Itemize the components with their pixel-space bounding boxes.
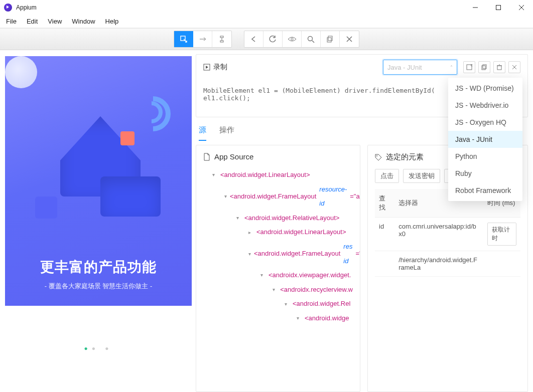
language-option-java-junit[interactable]: Java - JUnit xyxy=(448,131,522,148)
language-option-ruby[interactable]: Ruby xyxy=(448,165,522,182)
menu-edit[interactable]: Edit xyxy=(23,17,42,26)
svg-rect-12 xyxy=(328,36,332,41)
caret-icon[interactable]: ▾ xyxy=(224,191,227,202)
recorder-panel: 录制 Java - JUnit ˄ xyxy=(196,54,528,117)
caret-icon[interactable]: ▾ xyxy=(248,249,251,260)
record-icon xyxy=(203,64,210,71)
window-controls xyxy=(464,0,533,15)
svg-rect-6 xyxy=(220,36,223,38)
copy-code-button[interactable] xyxy=(478,61,490,73)
svg-point-25 xyxy=(376,155,377,156)
menu-bar: File Edit View Window Help xyxy=(0,15,533,28)
window-maximize-button[interactable] xyxy=(487,0,510,15)
content-area: 更丰富的产品功能 - 覆盖各大家庭场景 智慧生活你做主 - ●● ● 录制 Ja… xyxy=(0,50,533,392)
recorder-title: 录制 xyxy=(203,63,227,72)
menu-help[interactable]: Help xyxy=(101,17,123,26)
cell-selector: com.cmri.universalapp:id/bx0 xyxy=(394,218,483,251)
show-boilerplate-button[interactable] xyxy=(463,61,475,73)
tree-node[interactable]: ▾<android.widget.LinearLayout> xyxy=(203,168,353,182)
hero-subtitle: - 覆盖各大家庭场景 智慧生活你做主 - xyxy=(5,282,192,291)
tap-button[interactable]: 点击 xyxy=(375,169,399,183)
eye-icon[interactable] xyxy=(283,31,302,47)
main-toolbar xyxy=(0,28,533,50)
toolbar-group-inspect xyxy=(174,31,232,48)
svg-line-11 xyxy=(312,41,314,43)
language-option-python[interactable]: Python xyxy=(448,148,522,165)
tag-icon xyxy=(375,154,382,161)
window-close-button[interactable] xyxy=(510,0,533,15)
tree-node[interactable]: ▾<android.widget.Rel xyxy=(203,297,353,311)
caret-icon[interactable]: ▾ xyxy=(260,270,265,281)
tree-node[interactable]: ▾<androidx.recyclerview.w xyxy=(203,283,353,297)
svg-rect-18 xyxy=(483,65,486,69)
swipe-button[interactable] xyxy=(193,31,212,47)
caret-icon[interactable]: ▸ xyxy=(248,227,253,238)
hero-title: 更丰富的产品功能 xyxy=(5,258,192,277)
caret-icon[interactable]: ▾ xyxy=(297,313,302,324)
caret-icon[interactable]: ▾ xyxy=(285,299,290,310)
language-option-js-oxygen[interactable]: JS - Oxygen HQ xyxy=(448,114,522,131)
refresh-button[interactable] xyxy=(263,31,283,47)
menu-window[interactable]: Window xyxy=(68,17,99,26)
chevron-up-icon: ˄ xyxy=(450,65,453,70)
caret-icon[interactable]: ▾ xyxy=(212,169,217,180)
tree-node[interactable]: ▾<android.widget.FrameLayout resource-id… xyxy=(203,182,353,211)
device-preview-pane: 更丰富的产品功能 - 覆盖各大家庭场景 智慧生活你做主 - ●● ● xyxy=(0,50,196,392)
right-pane: 录制 Java - JUnit ˄ xyxy=(196,50,533,392)
search-button[interactable] xyxy=(302,31,321,47)
caret-icon[interactable]: ▾ xyxy=(273,284,277,295)
svg-rect-13 xyxy=(327,38,331,42)
close-recorder-button[interactable] xyxy=(508,61,520,73)
app-source-panel: App Source ▾<android.widget.LinearLayout… xyxy=(196,145,360,392)
language-dropdown: JS - WD (Promise) JS - Webdriver.io JS -… xyxy=(448,78,522,201)
cell-find xyxy=(375,251,394,277)
tree-node[interactable]: ▾<android.widget.RelativeLayout> xyxy=(203,211,353,226)
delete-code-button[interactable] xyxy=(493,61,505,73)
file-icon xyxy=(203,153,210,161)
send-keys-button[interactable]: 发送密钥 xyxy=(403,169,440,183)
language-select[interactable]: Java - JUnit ˄ xyxy=(383,60,457,75)
quit-session-button[interactable] xyxy=(340,31,359,47)
svg-rect-1 xyxy=(496,6,501,10)
page-dots: ●● ● xyxy=(5,345,192,352)
menu-view[interactable]: View xyxy=(44,17,66,26)
app-hero: 更丰富的产品功能 - 覆盖各大家庭场景 智慧生活你做主 - xyxy=(5,56,192,306)
tree-node[interactable]: ▾<android.widge xyxy=(203,311,353,326)
toolbar-group-session xyxy=(244,31,359,48)
menu-file[interactable]: File xyxy=(2,17,21,26)
device-screenshot[interactable]: 更丰富的产品功能 - 覆盖各大家庭场景 智慧生活你做主 - ●● ● xyxy=(5,56,192,388)
back-button[interactable] xyxy=(244,31,263,47)
window-titlebar: Appium xyxy=(0,0,533,15)
recorder-actions xyxy=(463,61,520,73)
svg-point-10 xyxy=(308,36,313,41)
tree-node[interactable]: ▾<android.widget.FrameLayout res id="com… xyxy=(203,240,353,268)
get-timing-button[interactable]: 获取计时 xyxy=(487,223,516,246)
caret-icon[interactable]: ▾ xyxy=(236,213,241,224)
app-source-title-text: App Source xyxy=(214,152,253,161)
selected-element-title-text: 选定的元素 xyxy=(386,152,424,162)
svg-rect-7 xyxy=(220,41,223,42)
svg-rect-20 xyxy=(497,66,501,70)
svg-point-9 xyxy=(291,38,293,40)
source-tree[interactable]: ▾<android.widget.LinearLayout>▾<android.… xyxy=(203,168,353,326)
language-option-robot[interactable]: Robot Framework xyxy=(448,182,522,199)
table-row: id com.cmri.universalapp:id/bx0 获取计时 xyxy=(375,218,520,251)
copy-button[interactable] xyxy=(321,31,340,47)
tap-coordinates-button[interactable] xyxy=(212,31,231,47)
language-option-js-webdriverio[interactable]: JS - Webdriver.io xyxy=(448,97,522,114)
cell-find: id xyxy=(375,218,394,251)
table-row: /hierarchy/android.widget.FrameLa xyxy=(375,251,520,277)
cell-selector: /hierarchy/android.widget.FrameLa xyxy=(394,251,483,277)
svg-rect-19 xyxy=(482,66,485,70)
language-option-js-wd[interactable]: JS - WD (Promise) xyxy=(448,80,522,97)
window-minimize-button[interactable] xyxy=(464,0,487,15)
app-source-title: App Source xyxy=(203,152,353,161)
tab-actions[interactable]: 操作 xyxy=(219,125,234,141)
select-element-button[interactable] xyxy=(174,31,193,47)
tree-node[interactable]: ▾<androidx.viewpager.widget. xyxy=(203,268,353,283)
tab-source[interactable]: 源 xyxy=(199,125,206,141)
app-logo-icon xyxy=(4,4,12,12)
window-title: Appium xyxy=(16,4,37,11)
language-select-value: Java - JUnit xyxy=(387,64,422,71)
tree-node[interactable]: ▸<android.widget.LinearLayout> xyxy=(203,225,353,240)
